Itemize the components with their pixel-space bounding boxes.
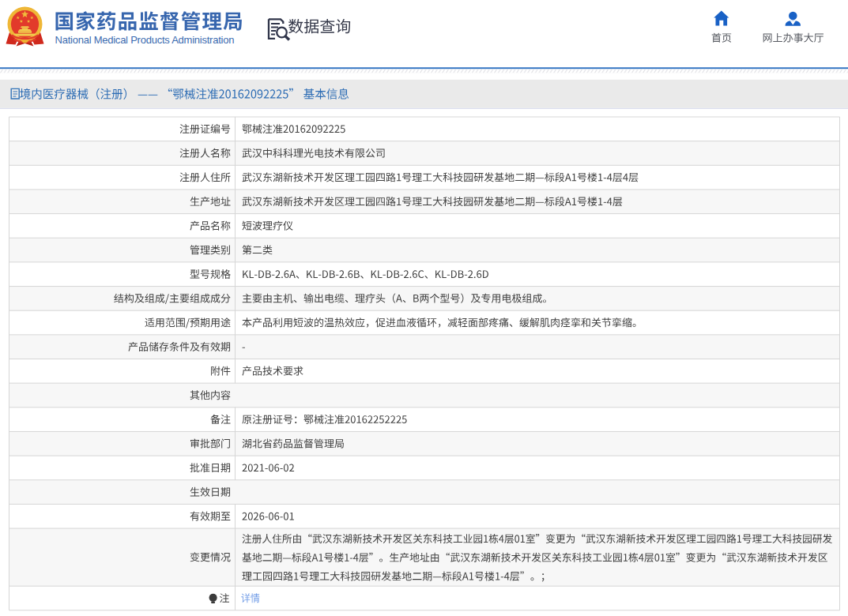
svg-text:National Medical Products Admi: National Medical Products Administration bbox=[55, 34, 235, 46]
